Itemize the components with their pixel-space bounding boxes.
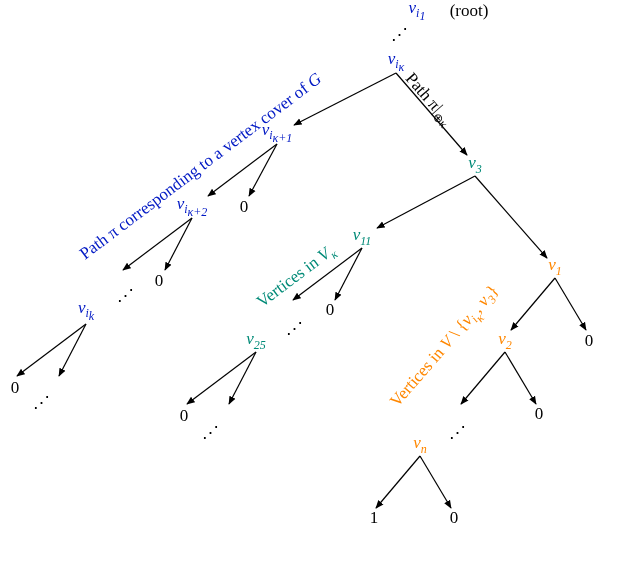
node-ikappa: viκ (388, 49, 405, 76)
svg-line-8 (377, 176, 475, 228)
svg-text:⋰: ⋰ (286, 319, 303, 338)
svg-line-6 (17, 324, 86, 376)
leaf-0: 0 (326, 300, 335, 320)
leaf-0: 0 (180, 406, 189, 426)
root-suffix: (root) (450, 1, 489, 21)
svg-text:⋰: ⋰ (449, 423, 466, 442)
svg-text:⋰: ⋰ (33, 393, 50, 412)
svg-text:⋰: ⋰ (391, 25, 408, 44)
svg-text:⋰: ⋰ (202, 423, 219, 442)
svg-line-12 (187, 352, 256, 404)
svg-line-17 (505, 352, 536, 404)
leaf-0: 0 (11, 378, 20, 398)
svg-line-7 (59, 324, 86, 376)
node-root: vi1 (409, 0, 426, 24)
node-v11: v11 (353, 225, 372, 248)
svg-line-13 (229, 352, 256, 404)
leaf-0: 0 (535, 404, 544, 424)
svg-line-3 (249, 144, 277, 196)
svg-line-18 (376, 456, 420, 508)
node-v3: v3 (468, 153, 482, 176)
svg-line-16 (461, 352, 505, 404)
node-vn: vn (413, 433, 427, 456)
leaf-0: 0 (155, 271, 164, 291)
svg-line-14 (511, 278, 555, 330)
svg-line-19 (420, 456, 451, 508)
node-ikk: vik (78, 298, 94, 325)
node-ik2: viκ+2 (177, 194, 208, 221)
leaf-0: 0 (240, 197, 249, 217)
node-v2: v2 (498, 329, 512, 352)
node-v25: v25 (246, 329, 266, 352)
svg-line-15 (555, 278, 586, 330)
leaf-1: 1 (370, 508, 379, 528)
node-v1: v1 (548, 255, 562, 278)
svg-line-9 (475, 176, 547, 258)
leaf-0: 0 (450, 508, 459, 528)
svg-line-5 (165, 218, 192, 270)
leaf-0: 0 (585, 331, 594, 351)
svg-text:⋰: ⋰ (117, 286, 134, 305)
